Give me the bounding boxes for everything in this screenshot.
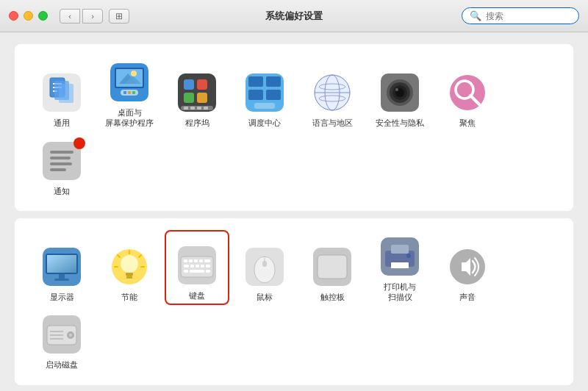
svg-rect-83 <box>184 270 188 273</box>
printer-label: 打印机与扫描仪 <box>384 281 416 303</box>
lang-label: 语言与地区 <box>312 118 353 128</box>
startup-label: 启动磁盘 <box>46 359 78 370</box>
svg-rect-30 <box>266 76 281 87</box>
svg-rect-26 <box>197 107 201 110</box>
section-row2: 显示器 <box>15 218 573 385</box>
icon-item-spotlight[interactable]: 聚焦 <box>435 56 500 132</box>
icon-item-energy[interactable]: 节能 <box>97 230 162 306</box>
svg-point-13 <box>131 71 137 76</box>
general-icon <box>41 72 82 113</box>
svg-rect-25 <box>190 107 195 110</box>
svg-rect-51 <box>50 151 74 154</box>
icon-item-printer[interactable]: 打印机与扫描仪 <box>368 230 432 306</box>
search-icon: 🔍 <box>470 10 481 21</box>
svg-rect-96 <box>391 245 409 254</box>
section-row1: 通用 <box>15 44 573 211</box>
icon-item-lang[interactable]: 语言与地区 <box>300 56 365 132</box>
svg-rect-58 <box>47 255 76 273</box>
notif-icon <box>41 140 82 182</box>
svg-rect-73 <box>184 259 187 262</box>
icon-item-security[interactable]: 安全性与隐私 <box>368 56 432 132</box>
svg-rect-75 <box>194 259 198 262</box>
forward-button[interactable]: › <box>82 9 103 24</box>
svg-rect-77 <box>204 259 210 262</box>
energy-icon <box>109 246 150 287</box>
desktop-label: 桌面与屏幕保护程序 <box>105 107 154 129</box>
notif-label: 通知 <box>54 186 70 196</box>
trackpad-icon <box>312 246 353 287</box>
printer-icon <box>379 236 420 277</box>
svg-rect-92 <box>318 255 347 279</box>
svg-rect-74 <box>189 259 193 262</box>
nav-buttons: ‹ › <box>60 9 103 24</box>
minimize-button[interactable] <box>24 11 33 21</box>
back-button[interactable]: ‹ <box>60 9 80 24</box>
svg-rect-32 <box>266 90 281 100</box>
svg-rect-90 <box>262 261 267 267</box>
dock-label: 程序坞 <box>185 118 209 128</box>
svg-rect-82 <box>206 265 210 268</box>
mission-label: 调度中心 <box>248 118 281 128</box>
icon-item-general[interactable]: 通用 <box>29 56 94 132</box>
dock-icon <box>176 72 218 113</box>
svg-rect-33 <box>254 103 275 109</box>
icon-item-dock[interactable]: 程序坞 <box>165 56 229 132</box>
icon-item-desktop[interactable]: 桌面与屏幕保护程序 <box>97 56 162 132</box>
svg-rect-19 <box>184 79 194 90</box>
mouse-icon <box>244 246 285 287</box>
svg-rect-85 <box>206 270 210 273</box>
svg-rect-17 <box>132 91 135 94</box>
svg-rect-79 <box>190 265 194 268</box>
keyboard-icon <box>176 245 218 286</box>
icon-item-mission[interactable]: 调度中心 <box>232 56 297 132</box>
security-icon <box>379 72 420 113</box>
lang-icon <box>312 72 353 113</box>
svg-rect-76 <box>199 259 203 262</box>
svg-rect-54 <box>50 168 66 171</box>
svg-rect-53 <box>50 162 72 165</box>
svg-rect-16 <box>128 91 131 94</box>
keyboard-label: 键盘 <box>189 290 205 301</box>
notif-badge <box>74 137 85 149</box>
svg-rect-78 <box>184 265 189 268</box>
close-button[interactable] <box>9 11 18 21</box>
svg-point-98 <box>406 254 411 258</box>
sound-label: 声音 <box>459 292 476 302</box>
svg-rect-29 <box>248 76 263 87</box>
svg-rect-22 <box>197 93 207 103</box>
sound-icon <box>447 246 488 287</box>
spotlight-label: 聚焦 <box>459 118 476 128</box>
icon-item-sound[interactable]: 声音 <box>435 230 500 306</box>
search-box: 🔍 <box>462 7 579 24</box>
mission-icon <box>244 72 285 113</box>
svg-rect-21 <box>184 93 194 103</box>
icon-item-startup[interactable]: 启动磁盘 <box>29 308 94 373</box>
grid-view-button[interactable]: ⊞ <box>109 9 129 24</box>
display-icon <box>41 246 82 287</box>
maximize-button[interactable] <box>38 11 48 21</box>
svg-rect-80 <box>196 265 199 268</box>
svg-rect-97 <box>391 262 409 268</box>
svg-rect-24 <box>184 107 188 110</box>
icon-item-trackpad[interactable]: 触控板 <box>300 230 365 306</box>
icons-grid-row1: 通用 <box>29 56 559 199</box>
icons-grid-row2: 显示器 <box>29 230 559 373</box>
security-label: 安全性与隐私 <box>376 118 424 128</box>
icon-item-display[interactable]: 显示器 <box>29 230 94 306</box>
startup-icon <box>41 314 82 355</box>
search-input[interactable] <box>486 11 574 21</box>
svg-point-62 <box>121 255 138 273</box>
icon-item-mouse[interactable]: 鼠标 <box>232 230 297 306</box>
general-label: 通用 <box>54 118 70 128</box>
svg-rect-84 <box>190 270 204 273</box>
traffic-lights <box>9 11 48 21</box>
icon-item-notif[interactable]: 通知 <box>29 134 94 199</box>
display-label: 显示器 <box>50 292 74 302</box>
window-title: 系统偏好设置 <box>265 10 323 23</box>
svg-rect-27 <box>204 107 208 110</box>
svg-rect-64 <box>126 276 132 279</box>
svg-rect-31 <box>248 90 263 100</box>
trackpad-label: 触控板 <box>320 292 345 302</box>
icon-item-keyboard[interactable]: 键盘 <box>165 230 229 306</box>
svg-point-46 <box>395 88 398 91</box>
